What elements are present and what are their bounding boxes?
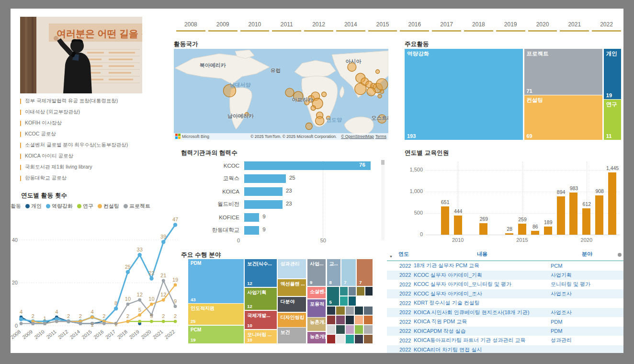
data-point[interactable]	[138, 320, 141, 323]
table-scrollbar[interactable]	[618, 253, 622, 257]
data-point[interactable]	[149, 276, 153, 280]
treemap-cell[interactable]: PCM19	[188, 326, 244, 343]
treemap-cell[interactable]: 모니터링 ...10	[245, 330, 277, 343]
data-point[interactable]	[162, 298, 165, 302]
treemap-cell[interactable]: 보건	[278, 328, 306, 343]
data-point[interactable]	[174, 283, 177, 286]
treemap-cell[interactable]: 인도적지원25	[188, 304, 244, 325]
year-tab-2015[interactable]: 2015	[368, 19, 397, 34]
map-bubble[interactable]	[378, 94, 382, 98]
bar[interactable]	[244, 161, 371, 170]
legend-item-연구[interactable]: 연구	[77, 203, 93, 210]
edu-bar-2020[interactable]	[582, 208, 590, 235]
year-tab-2012[interactable]: 2012	[304, 19, 333, 34]
data-point[interactable]	[91, 316, 94, 319]
data-point[interactable]	[43, 322, 46, 325]
bar[interactable]	[244, 174, 286, 183]
terms-link[interactable]: Terms	[375, 134, 386, 139]
bar-row-한동대학교[interactable]: 한동대학교9	[181, 224, 382, 237]
data-point[interactable]	[161, 240, 165, 244]
data-point[interactable]	[138, 313, 141, 317]
data-point[interactable]	[137, 253, 141, 257]
treemap-cell[interactable]: 농촌개...	[307, 318, 326, 331]
table-row[interactable]: 2022KDRT 정수시설 기술 컨설팅	[387, 298, 623, 308]
data-point[interactable]	[55, 320, 58, 323]
data-point[interactable]	[20, 322, 23, 325]
treemap-cell[interactable]: 포용적 ...	[307, 299, 326, 317]
treemap-cell[interactable]: 교...8	[327, 259, 340, 286]
edu-bar-2016[interactable]	[531, 231, 539, 235]
legend-item-컨설팅[interactable]: 컨설팅	[98, 203, 119, 210]
bar-row-월드비전[interactable]: 월드비전23	[181, 198, 382, 211]
table-row[interactable]: 2022KCOC 실무자 아카데미_기획사업기획	[387, 271, 623, 280]
table-row[interactable]: 2022KOICA동아프리카팀 파트너 기관 성과관리 교육성과관리	[387, 336, 623, 345]
data-point[interactable]	[150, 320, 153, 323]
year-tab-2022[interactable]: 2022	[592, 19, 621, 34]
year-tab-2009[interactable]: 2009	[208, 19, 238, 34]
bar[interactable]	[244, 200, 283, 209]
bar[interactable]	[244, 213, 259, 222]
edu-bar-2022[interactable]	[608, 172, 616, 235]
treemap-cell[interactable]: 7	[357, 259, 373, 286]
data-point[interactable]	[174, 305, 177, 308]
treemap-cell[interactable]: 5	[327, 287, 339, 306]
edu-bar-2019[interactable]	[569, 193, 577, 235]
treemap-cell[interactable]: 7	[341, 259, 355, 286]
data-point[interactable]	[162, 320, 165, 323]
map-bubble[interactable]	[367, 87, 375, 96]
legend-item-프로젝트[interactable]: 프로젝트	[124, 203, 150, 210]
map-bubble[interactable]	[376, 70, 380, 74]
year-tab-2014[interactable]: 2014	[336, 19, 365, 34]
treemap-cell[interactable]: 사업기획12	[245, 288, 277, 310]
treemap-cell[interactable]: 디자인씽킹	[278, 313, 306, 327]
treemap-cell[interactable]: PDM43	[188, 259, 244, 303]
year-tab-2016[interactable]: 2016	[400, 19, 429, 34]
data-point[interactable]	[126, 303, 130, 306]
map-bubble[interactable]	[306, 123, 312, 130]
map-bubble[interactable]	[285, 88, 294, 97]
world-activity-map[interactable]: 북아메리카유럽아시아남대서양아프리카남아메리카인도양오스트레© 2025 Tom…	[174, 49, 388, 140]
treemap-cell[interactable]: 액션플랜 ...	[278, 279, 306, 296]
bar-row-KCOC[interactable]: KCOC76	[181, 159, 382, 172]
table-row[interactable]: 2022KOICA 시민사회 인큐베이팅 현지조사(18개 기관)사업조사	[387, 308, 623, 318]
table-row[interactable]: 2022KOICAPDM 작성 실습PDM	[387, 327, 623, 336]
map-bubble[interactable]	[380, 90, 384, 93]
map-bubble[interactable]	[355, 83, 366, 95]
treemap-cell[interactable]: 프로젝트71	[524, 49, 603, 95]
edu-bar-2017[interactable]	[544, 227, 552, 235]
bar-row-KOFICE[interactable]: KOFICE9	[181, 211, 382, 224]
treemap-cell[interactable]: 보건(식수...12	[245, 259, 277, 287]
treemap-cell[interactable]: 컨설팅69	[524, 95, 603, 140]
data-point[interactable]	[19, 317, 23, 321]
year-tab-2020[interactable]: 2020	[528, 19, 557, 34]
legend-item-개인[interactable]: 개인	[25, 203, 42, 210]
table-row[interactable]: 2022KOICA리더 차기팀 면접 실시	[387, 345, 623, 353]
treemap-cell[interactable]: 연구11	[604, 100, 621, 140]
edu-bar-2010[interactable]	[454, 216, 462, 235]
bar-row-코웍스[interactable]: 코웍스25	[181, 172, 382, 185]
data-point[interactable]	[114, 307, 118, 310]
legend-item-역량강화[interactable]: 역량강화	[46, 203, 73, 210]
table-row[interactable]: 2022KCOC 실무자 아카데미_모니터링 및 평가모니터링 및 평가	[387, 280, 623, 289]
bar[interactable]	[244, 187, 283, 196]
partner-chart-scrollbar[interactable]	[381, 160, 385, 240]
treemap-cell[interactable]: 소셜벤...	[307, 287, 326, 298]
map-bubble[interactable]	[316, 116, 324, 125]
data-point[interactable]	[31, 322, 34, 325]
line-chart[interactable]: 0204020082009201020112012201420152016201…	[11, 210, 181, 345]
edu-bar-2012[interactable]	[479, 223, 487, 235]
treemap-cell[interactable]: 개인19	[604, 49, 621, 99]
map-bubble[interactable]	[322, 92, 327, 97]
year-tab-2018[interactable]: 2018	[464, 19, 493, 34]
bar[interactable]	[244, 226, 259, 235]
data-point[interactable]	[67, 320, 70, 323]
edu-bar-2021[interactable]	[595, 195, 603, 235]
data-point[interactable]	[102, 322, 106, 325]
map-bubble[interactable]	[311, 106, 316, 111]
treemap-cell[interactable]: 성과관리	[278, 259, 306, 278]
data-point[interactable]	[162, 279, 165, 283]
year-tab-2021[interactable]: 2021	[560, 19, 589, 34]
osm-link[interactable]: © OpenStreetMap	[341, 134, 374, 139]
year-tab-2008[interactable]: 2008	[176, 19, 205, 34]
data-point[interactable]	[173, 223, 177, 227]
